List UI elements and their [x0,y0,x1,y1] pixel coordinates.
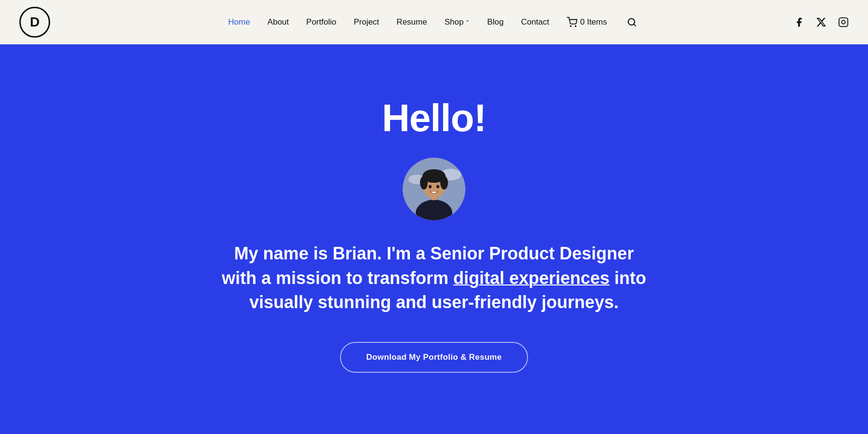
svg-point-16 [440,176,448,190]
svg-point-15 [420,176,428,190]
site-header: D Home About Portfolio Project Resume Sh… [0,0,868,44]
hero-description: My name is Brian. I'm a Senior Product D… [217,242,651,314]
svg-line-3 [634,24,636,26]
nav-item-contact[interactable]: Contact [521,17,549,27]
avatar [403,158,465,220]
social-links [794,17,849,27]
avatar-image [403,158,465,220]
svg-point-18 [436,185,439,189]
twitter-x-icon[interactable] [816,17,827,27]
svg-point-1 [575,26,576,27]
nav-item-portfolio[interactable]: Portfolio [306,17,336,27]
shop-chevron-icon: ⌃ [465,19,470,26]
svg-rect-4 [839,18,848,27]
search-button[interactable] [624,14,640,30]
cart-button[interactable]: 0 Items [567,17,607,27]
nav-item-blog[interactable]: Blog [487,17,503,27]
cart-count-label: 0 Items [580,17,607,27]
svg-point-0 [570,26,571,27]
cart-icon [567,17,577,27]
svg-point-17 [429,185,432,189]
svg-point-6 [846,20,846,20]
hero-highlight: digital experiences [453,268,610,288]
search-icon [627,17,637,27]
logo-wrap[interactable]: D [19,7,50,38]
download-cta-button[interactable]: Download My Portfolio & Resume [340,342,528,373]
logo-icon[interactable]: D [19,7,50,38]
nav-item-shop-wrap[interactable]: Shop ⌃ [445,17,470,27]
instagram-icon[interactable] [838,17,849,27]
nav-item-about[interactable]: About [268,17,289,27]
facebook-icon[interactable] [794,17,804,27]
hero-section: Hello! [0,44,868,434]
svg-point-5 [841,20,845,24]
main-nav: Home About Portfolio Project Resume Shop… [228,14,639,30]
nav-item-home[interactable]: Home [228,17,250,27]
hero-greeting: Hello! [382,96,486,140]
nav-item-project[interactable]: Project [353,17,379,27]
nav-item-shop[interactable]: Shop [445,17,464,27]
nav-item-resume[interactable]: Resume [396,17,427,27]
